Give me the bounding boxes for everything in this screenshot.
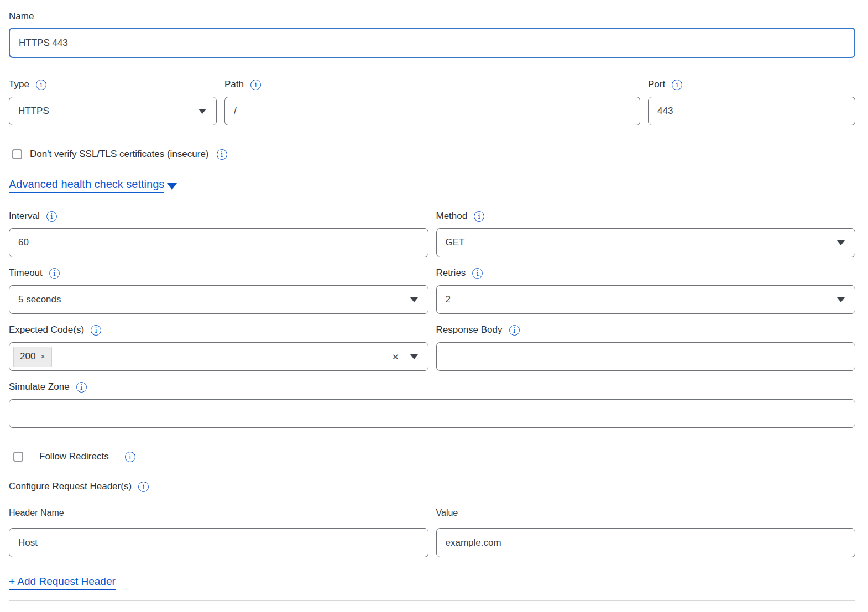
- field-timeout: Timeout 5 seconds: [9, 266, 428, 314]
- method-info-icon[interactable]: [474, 211, 484, 222]
- timeout-info-icon[interactable]: [49, 268, 60, 279]
- timeout-select-value: 5 seconds: [18, 294, 61, 305]
- type-label: Type: [9, 78, 29, 91]
- port-label: Port: [648, 78, 665, 91]
- method-select[interactable]: GET: [436, 228, 856, 257]
- timeout-label: Timeout: [9, 266, 43, 280]
- response-body-info-icon[interactable]: [509, 325, 520, 336]
- header-value-input[interactable]: [436, 528, 856, 557]
- chevron-down-icon: [410, 354, 418, 359]
- follow-redirects-checkbox[interactable]: [13, 452, 23, 462]
- add-request-header-link[interactable]: + Add Request Header: [9, 576, 116, 590]
- ssl-verify-checkbox[interactable]: [12, 149, 22, 159]
- port-input[interactable]: [648, 97, 855, 125]
- timeout-select[interactable]: 5 seconds: [9, 285, 428, 314]
- field-response-body: Response Body: [436, 323, 856, 371]
- ssl-verify-info-icon[interactable]: [217, 149, 227, 160]
- advanced-settings-link[interactable]: Advanced health check settings: [9, 178, 177, 193]
- ssl-verify-checkbox-row: Don't verify SSL/TLS certificates (insec…: [9, 149, 855, 160]
- retries-select-value: 2: [446, 294, 451, 305]
- follow-redirects-row: Follow Redirects: [9, 451, 855, 462]
- simulate-zone-input[interactable]: [9, 399, 855, 428]
- field-path: Path: [224, 78, 640, 125]
- type-select-value: HTTPS: [18, 106, 49, 117]
- chevron-down-icon: [410, 297, 418, 302]
- type-info-icon[interactable]: [36, 80, 46, 90]
- field-name: Name: [9, 10, 855, 58]
- chevron-down-icon: [167, 183, 177, 190]
- expected-codes-multiselect[interactable]: 200 × ✕: [9, 342, 428, 371]
- chevron-down-icon: [837, 297, 845, 302]
- advanced-settings-grid: Interval Method GET Timeout 5 seconds: [9, 210, 855, 371]
- name-label: Name: [9, 10, 34, 23]
- retries-info-icon[interactable]: [472, 268, 483, 279]
- health-check-form: Name Type HTTPS Path Port: [0, 0, 868, 601]
- field-port: Port: [648, 78, 855, 125]
- remove-tag-icon[interactable]: ×: [40, 353, 45, 360]
- chevron-down-icon: [198, 109, 206, 114]
- section-divider: [9, 600, 855, 601]
- interval-input[interactable]: [9, 228, 428, 257]
- interval-info-icon[interactable]: [46, 211, 57, 222]
- retries-label: Retries: [436, 266, 466, 280]
- header-value-label: Value: [436, 507, 458, 519]
- name-input[interactable]: [9, 28, 855, 58]
- path-label: Path: [224, 78, 244, 91]
- expected-code-tag: 200 ×: [13, 347, 52, 367]
- type-select[interactable]: HTTPS: [9, 97, 217, 125]
- field-interval: Interval: [9, 210, 428, 257]
- field-retries: Retries 2: [436, 266, 856, 314]
- expected-codes-info-icon[interactable]: [91, 325, 101, 336]
- field-method: Method GET: [436, 210, 856, 257]
- response-body-label: Response Body: [436, 323, 503, 337]
- simulate-zone-info-icon[interactable]: [76, 382, 87, 393]
- path-input[interactable]: [224, 97, 640, 125]
- path-info-icon[interactable]: [250, 80, 261, 90]
- header-name-input[interactable]: [9, 528, 428, 557]
- retries-select[interactable]: 2: [436, 285, 856, 314]
- request-header-row: Header Name Value: [9, 507, 855, 557]
- field-simulate-zone: Simulate Zone: [9, 380, 855, 428]
- simulate-zone-label: Simulate Zone: [9, 380, 70, 394]
- request-headers-info-icon[interactable]: [138, 482, 149, 492]
- request-headers-section-label: Configure Request Header(s): [9, 480, 132, 493]
- follow-redirects-label: Follow Redirects: [39, 451, 109, 462]
- type-path-port-row: Type HTTPS Path Port: [9, 78, 855, 125]
- port-info-icon[interactable]: [672, 80, 682, 90]
- response-body-input[interactable]: [436, 342, 856, 371]
- advanced-settings-link-text: Advanced health check settings: [9, 178, 164, 193]
- expected-codes-label: Expected Code(s): [9, 323, 84, 337]
- field-header-name: Header Name: [9, 507, 428, 557]
- method-label: Method: [436, 210, 468, 223]
- clear-all-icon[interactable]: ✕: [392, 353, 399, 361]
- chevron-down-icon: [837, 240, 845, 245]
- header-name-label: Header Name: [9, 507, 64, 519]
- interval-label: Interval: [9, 210, 40, 223]
- follow-redirects-info-icon[interactable]: [125, 452, 135, 462]
- field-type: Type HTTPS: [9, 78, 217, 125]
- field-expected-codes: Expected Code(s) 200 × ✕: [9, 323, 428, 371]
- ssl-verify-label: Don't verify SSL/TLS certificates (insec…: [30, 149, 209, 160]
- expected-code-tag-value: 200: [20, 351, 35, 362]
- request-headers-section: Configure Request Header(s): [9, 480, 855, 493]
- field-header-value: Value: [436, 507, 856, 557]
- method-select-value: GET: [446, 237, 465, 248]
